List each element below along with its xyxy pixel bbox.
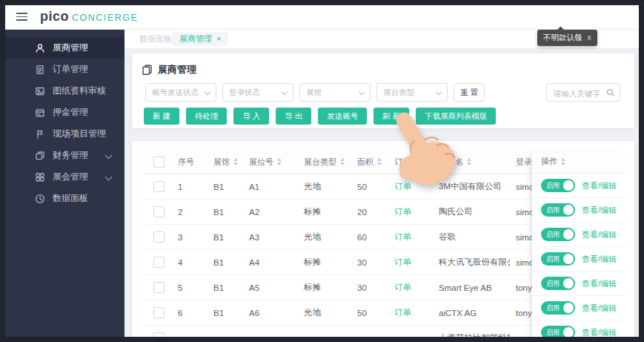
filter-placeholder: 展台类型	[383, 88, 414, 98]
claim-tooltip: 不明款认领x	[537, 30, 597, 46]
filter-account-send-status[interactable]: 账号发送状态	[145, 83, 216, 102]
view-edit-link[interactable]: 查看/编辑	[582, 180, 617, 191]
cell-booth: A2	[243, 208, 298, 217]
filter-placeholder: 展馆	[306, 88, 322, 98]
sort-icon[interactable]	[561, 158, 565, 165]
pending-button[interactable]: 待处理	[186, 108, 228, 125]
cell-hall: B1	[208, 283, 243, 292]
filter-hall[interactable]: 展馆	[299, 83, 371, 102]
hamburger-menu-icon[interactable]	[16, 13, 27, 21]
sidebar-item-exhibitor-management[interactable]: 展商管理	[5, 37, 125, 59]
order-link[interactable]: 订单	[388, 181, 433, 192]
cell-index: 6	[172, 309, 208, 318]
enable-toggle[interactable]: 启用	[541, 252, 575, 266]
table-row: 3 B1 A3 光地 60 订单 谷歌 simo	[145, 225, 532, 250]
toggle-knob	[563, 327, 574, 337]
order-icon	[35, 65, 45, 75]
sidebar-item-order-management[interactable]: 订单管理	[5, 59, 125, 80]
row-checkbox[interactable]	[153, 181, 165, 192]
toggle-knob	[563, 278, 574, 289]
col-header-order: 订单	[388, 157, 433, 168]
table-scroll-area[interactable]: 序号 展馆 展位号 展台类型 面积 订单 展商名 登录账号	[145, 150, 532, 337]
tooltip-close-icon[interactable]: x	[588, 33, 591, 42]
toggle-label: 启用	[546, 206, 560, 214]
row-checkbox[interactable]	[153, 231, 165, 243]
enable-toggle[interactable]: 启用	[541, 228, 575, 241]
sidebar-item-label: 现场项目管理	[53, 128, 106, 140]
row-checkbox[interactable]	[153, 307, 165, 318]
refresh-button[interactable]: 刷 新	[374, 108, 409, 125]
expo-icon	[35, 172, 45, 182]
reset-button[interactable]: 重 置	[454, 83, 485, 102]
filter-booth-type[interactable]: 展台类型	[376, 83, 448, 102]
filter-placeholder: 登录状态	[229, 88, 260, 98]
search-icon[interactable]	[606, 88, 615, 97]
sidebar-item-data-dashboard[interactable]: 数据面板	[5, 188, 125, 209]
col-header-exhibitor-name: 展商名	[433, 157, 510, 168]
row-checkbox[interactable]	[153, 332, 165, 337]
sidebar-item-finance-management[interactable]: 财务管理	[5, 145, 125, 166]
new-button[interactable]: 新 建	[144, 108, 179, 125]
view-edit-link[interactable]: 查看/编辑	[582, 229, 617, 240]
enable-toggle[interactable]: 启用	[541, 301, 575, 315]
order-link[interactable]: 订单	[388, 206, 433, 217]
toggle-knob	[563, 180, 574, 191]
chevron-down-icon	[205, 89, 210, 95]
view-edit-link[interactable]: 查看/编辑	[582, 327, 617, 338]
cell-login-account: simo	[510, 233, 532, 242]
sidebar-item-onsite-project-management[interactable]: 现场项目管理	[5, 123, 125, 145]
filter-login-status[interactable]: 登录状态	[222, 83, 293, 102]
import-button[interactable]: 导 入	[233, 108, 269, 125]
filter-placeholder: 账号发送状态	[152, 88, 199, 98]
sort-icon[interactable]	[277, 158, 282, 165]
enable-toggle[interactable]: 启用	[541, 179, 575, 192]
table-row: 2 B1 A2 标摊 20 订单 陶氏公司 simo	[145, 200, 532, 225]
tab-close-icon[interactable]: ×	[216, 34, 221, 43]
cell-exhibitor-name: 谷歌	[433, 231, 510, 243]
sort-icon[interactable]	[414, 158, 419, 165]
send-account-button[interactable]: 发送账号	[318, 108, 367, 125]
sort-icon[interactable]	[377, 158, 382, 165]
cell-booth: A4	[243, 258, 298, 267]
cell-exhibitor-name: Smart Eye AB	[433, 283, 510, 292]
action-row: 启用 查看/编辑	[532, 174, 625, 198]
sort-icon[interactable]	[233, 158, 238, 165]
row-checkbox[interactable]	[153, 282, 165, 293]
enable-toggle[interactable]: 启用	[541, 326, 575, 337]
cell-login-account: tony.	[510, 283, 532, 292]
action-row: 启用 查看/编辑	[532, 320, 625, 337]
table-row: 上海艾拉比智能科技有	[145, 326, 532, 337]
order-link[interactable]: 订单	[388, 257, 433, 268]
chevron-down-icon	[436, 89, 442, 95]
search-input[interactable]	[552, 85, 608, 102]
enable-toggle[interactable]: 启用	[541, 277, 575, 290]
app-logo: pico CONCIERGE	[40, 9, 138, 24]
enable-toggle[interactable]: 启用	[541, 203, 575, 217]
sidebar-item-deposit-management[interactable]: 押金管理	[5, 102, 125, 123]
view-edit-link[interactable]: 查看/编辑	[582, 303, 617, 314]
tab-exhibitor-management[interactable]: 展商管理×	[172, 32, 228, 46]
sidebar-item-expo-management[interactable]: 展会管理	[5, 166, 125, 188]
row-checkbox[interactable]	[153, 257, 165, 268]
sidebar-item-drawing-review[interactable]: 图纸资料审核	[5, 80, 125, 102]
cell-area: 50	[351, 309, 388, 318]
view-edit-link[interactable]: 查看/编辑	[582, 278, 617, 289]
sort-icon[interactable]	[340, 158, 345, 165]
toggle-label: 启用	[546, 255, 560, 263]
view-edit-link[interactable]: 查看/编辑	[582, 205, 617, 216]
order-link[interactable]: 订单	[388, 282, 433, 293]
sidebar-item-label: 财务管理	[53, 149, 88, 162]
row-checkbox[interactable]	[153, 206, 165, 217]
drawing-review-icon	[35, 86, 45, 96]
export-button[interactable]: 导 出	[276, 108, 311, 125]
order-link[interactable]: 订单	[388, 307, 433, 318]
order-link[interactable]: 订单	[388, 231, 433, 243]
view-edit-link[interactable]: 查看/编辑	[582, 254, 617, 265]
sort-icon[interactable]	[467, 158, 471, 165]
cell-index: 2	[172, 208, 208, 217]
select-all-checkbox[interactable]	[153, 157, 165, 168]
chevron-down-icon	[105, 174, 113, 181]
download-template-button[interactable]: 下载展商列表模版	[416, 108, 496, 125]
cell-booth-type: 光地	[298, 307, 351, 318]
cell-exhibitor-name: aiCTX AG	[433, 309, 510, 318]
